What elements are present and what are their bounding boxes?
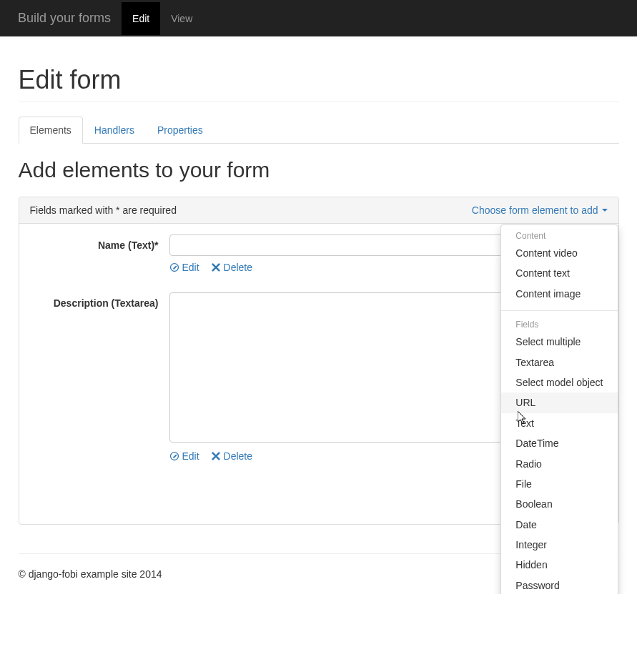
dropdown-link-hidden[interactable]: Hidden bbox=[501, 555, 617, 575]
delete-description-link[interactable]: Delete bbox=[211, 450, 252, 462]
page-title: Edit form bbox=[19, 65, 619, 95]
label-description: Description (Textarea) bbox=[30, 292, 169, 463]
tab-handlers: Handlers bbox=[83, 117, 146, 144]
nav-item-edit: Edit bbox=[122, 2, 160, 35]
dropdown-item: Textarea bbox=[501, 352, 617, 372]
dropdown-item: URL bbox=[501, 392, 617, 412]
panel-heading: Fields marked with * are required Choose… bbox=[19, 197, 618, 224]
dropdown-link-content-text[interactable]: Content text bbox=[501, 263, 617, 283]
dropdown-item: Content video bbox=[501, 243, 617, 263]
dropdown-item: Hidden bbox=[501, 555, 617, 575]
add-element-dropdown-menu: ContentContent videoContent textContent … bbox=[500, 224, 618, 594]
section-title: Add elements to your form bbox=[19, 158, 619, 182]
tab-elements: Elements bbox=[19, 117, 83, 144]
dropdown-header-content: Content bbox=[501, 229, 617, 243]
dropdown-item: Radio bbox=[501, 454, 617, 474]
dropdown-item: Select model object bbox=[501, 372, 617, 392]
dropdown-link-date[interactable]: Date bbox=[501, 515, 617, 535]
dropdown-item: Boolean bbox=[501, 494, 617, 514]
edit-label: Edit bbox=[182, 450, 199, 462]
delete-icon bbox=[211, 262, 221, 272]
dropdown-divider bbox=[501, 310, 617, 311]
dropdown-item: Integer bbox=[501, 535, 617, 555]
dropdown-link-url[interactable]: URL bbox=[501, 392, 617, 412]
dropdown-link-textarea[interactable]: Textarea bbox=[501, 352, 617, 372]
nav-link-edit[interactable]: Edit bbox=[122, 2, 160, 35]
edit-icon bbox=[169, 451, 179, 461]
navbar-nav: Edit View bbox=[122, 2, 203, 35]
dropdown-link-integer[interactable]: Integer bbox=[501, 535, 617, 555]
delete-label: Delete bbox=[224, 262, 252, 273]
nav-tabs: Elements Handlers Properties bbox=[19, 117, 619, 144]
nav-item-view: View bbox=[160, 2, 203, 35]
edit-name-link[interactable]: Edit bbox=[169, 262, 199, 273]
footer-text: © django-fobi example site 2014 bbox=[19, 568, 162, 580]
dropdown-link-radio[interactable]: Radio bbox=[501, 454, 617, 474]
dropdown-item: DateTime bbox=[501, 433, 617, 453]
dropdown-item: Content text bbox=[501, 263, 617, 283]
dropdown-link-select-multiple[interactable]: Select multiple bbox=[501, 332, 617, 352]
tab-properties: Properties bbox=[146, 117, 214, 144]
edit-description-link[interactable]: Edit bbox=[169, 450, 199, 462]
dropdown-link-datetime[interactable]: DateTime bbox=[501, 433, 617, 453]
dropdown-header-fields: Fields bbox=[501, 317, 617, 332]
dropdown-link-content-video[interactable]: Content video bbox=[501, 243, 617, 263]
form-panel: Fields marked with * are required Choose… bbox=[19, 197, 619, 525]
dropdown-item: Date bbox=[501, 515, 617, 535]
delete-name-link[interactable]: Delete bbox=[211, 262, 252, 273]
dropdown-link-content-image[interactable]: Content image bbox=[501, 284, 617, 304]
tab-link-handlers[interactable]: Handlers bbox=[83, 117, 146, 144]
dropdown-label: Choose form element to add bbox=[472, 204, 598, 216]
navbar: Build your forms Edit View bbox=[0, 0, 637, 36]
page-header: Edit form bbox=[19, 36, 619, 102]
dropdown-item: Text bbox=[501, 413, 617, 433]
edit-label: Edit bbox=[182, 262, 199, 273]
dropdown-link-password[interactable]: Password bbox=[501, 575, 617, 594]
caret-down-icon bbox=[602, 209, 608, 212]
delete-label: Delete bbox=[224, 450, 252, 462]
navbar-brand[interactable]: Build your forms bbox=[7, 0, 122, 36]
nav-link-view[interactable]: View bbox=[160, 2, 203, 35]
edit-icon bbox=[169, 262, 179, 272]
required-notice: Fields marked with * are required bbox=[30, 204, 177, 216]
dropdown-link-boolean[interactable]: Boolean bbox=[501, 494, 617, 514]
dropdown-item: File bbox=[501, 474, 617, 494]
tab-link-elements[interactable]: Elements bbox=[19, 117, 83, 144]
dropdown-item: Password bbox=[501, 575, 617, 594]
dropdown-link-text[interactable]: Text bbox=[501, 413, 617, 433]
delete-icon bbox=[211, 451, 221, 461]
dropdown-item: Select multiple bbox=[501, 332, 617, 352]
tab-link-properties[interactable]: Properties bbox=[146, 117, 214, 144]
add-element-dropdown-toggle[interactable]: Choose form element to add bbox=[472, 204, 608, 216]
label-name: Name (Text)* bbox=[30, 234, 169, 275]
dropdown-link-file[interactable]: File bbox=[501, 474, 617, 494]
dropdown-link-select-model-object[interactable]: Select model object bbox=[501, 372, 617, 392]
dropdown-item: Content image bbox=[501, 284, 617, 304]
